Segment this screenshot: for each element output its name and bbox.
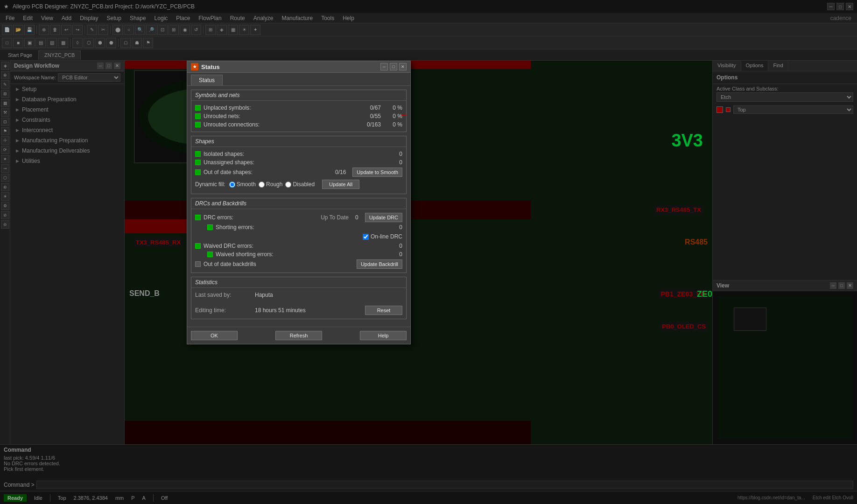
stat-editing-time: Editing time: 18 hours 51 minutes Reset [195,305,402,316]
green-indicator-waived-short [207,252,213,257]
dialog-minimize[interactable]: ─ [380,63,388,70]
radio-group-fill: Smooth Rough Disabled [229,181,315,188]
green-indicator-outofdate [195,169,201,175]
gray-indicator-backdrill [195,261,201,267]
online-drc-label: On-line DRC [371,233,402,240]
drc-errors-row: DRC errors: Up To Date 0 Update DRC [195,212,402,223]
update-all-button[interactable]: Update All [322,180,359,189]
refresh-button[interactable]: Refresh [275,331,322,340]
stat-spacer [195,299,402,305]
val-outofdate: 0/16 [323,169,346,175]
green-indicator-unassigned [195,160,201,165]
green-indicator-shorting [207,224,213,230]
arrow-indicator: ← [399,109,408,120]
val-unplaced: 0/67 [358,105,381,111]
label-unplaced: Unplaced symbols: [204,105,355,111]
drc-errors-label: DRC errors: [204,214,318,221]
stat-editing-val: 18 hours 51 minutes [255,307,361,314]
val-isolated: 0 [379,151,402,157]
status-row-connections: Unrouted connections: 0/163 0 % [195,120,402,129]
stat-last-saved: Last saved by: Haputa [195,291,402,299]
radio-disabled-label: Disabled [293,181,315,188]
val-connections: 0/163 [358,121,381,128]
radio-smooth-input[interactable] [229,182,235,188]
help-button[interactable]: Help [360,331,407,340]
val-unassigned: 0 [379,159,402,166]
label-isolated: Isolated shapes: [204,151,376,157]
radio-rough-label: Rough [266,181,282,188]
dialog-tabs: Status [187,73,410,86]
label-unrouted: Unrouted nets: [204,113,355,119]
radio-smooth-label: Smooth [237,181,256,188]
shape-row-unassigned: Unassigned shapes: 0 [195,158,402,167]
label-outofdate: Out of date shapes: [204,169,320,175]
waived-shorting-row: Waived shorting errors: 0 [195,250,402,259]
section-statistics: Statistics Last saved by: Haputa Editing… [191,277,407,319]
pct-connections: 0 % [384,121,402,128]
dialog-title-left: ★ Status [191,63,220,70]
shorting-errors-val: 0 [399,224,402,231]
status-row-unrouted: Unrouted nets: 0/55 0 % [195,112,402,120]
status-row-unplaced: Unplaced symbols: 0/67 0 % [195,104,402,112]
section-statistics-header: Statistics [191,277,406,288]
section-symbols-nets-header: Symbols and nets [191,90,406,101]
section-symbols-nets-content: Unplaced symbols: 0/67 0 % Unrouted nets… [191,101,406,132]
dialog-content: Symbols and nets Unplaced symbols: 0/67 … [187,86,410,327]
radio-disabled-input[interactable] [285,182,291,188]
green-indicator-drc [195,215,201,220]
label-unassigned: Unassigned shapes: [204,159,376,166]
section-statistics-content: Last saved by: Haputa Editing time: 18 h… [191,288,406,319]
radio-disabled[interactable]: Disabled [285,181,315,188]
radio-smooth[interactable]: Smooth [229,181,256,188]
val-unrouted: 0/55 [358,113,381,119]
dialog-icon: ★ [191,63,198,70]
dialog-title: Status [201,63,220,70]
label-connections: Unrouted connections: [204,121,355,128]
waived-drc-val: 0 [399,243,402,249]
radio-rough[interactable]: Rough [259,181,282,188]
ok-button[interactable]: OK [191,331,238,340]
stat-last-saved-label: Last saved by: [195,292,251,298]
dynamic-fill-row: Dynamic fill: Smooth Rough [195,178,402,191]
drc-uptodate: Up To Date [321,214,349,221]
waived-shorting-label: Waived shorting errors: [216,251,396,258]
shape-row-outofdate: Out of date shapes: 0/16 Update to Smoot… [195,167,402,178]
backdrill-row: Out of date backdrills Update Backdrill [195,259,402,270]
stat-editing-label: Editing time: [195,307,251,314]
waived-drc-label: Waived DRC errors: [204,243,396,249]
section-shapes: Shapes Isolated shapes: 0 Unassigned sha… [191,136,407,194]
dynamic-fill-label: Dynamic fill: [195,181,225,188]
update-to-smooth-button[interactable]: Update to Smooth [352,168,402,177]
dialog-title-controls: ─ □ ✕ [380,63,407,70]
waived-drc-row: Waived DRC errors: 0 [195,242,402,250]
section-drcs-header: DRCs and Backdrills [191,198,406,209]
waived-shorting-val: 0 [399,251,402,258]
shape-row-isolated: Isolated shapes: 0 [195,150,402,158]
dialog-close[interactable]: ✕ [399,63,407,70]
section-drcs: DRCs and Backdrills DRC errors: Up To Da… [191,198,407,273]
stat-last-saved-val: Haputa [255,292,273,298]
shorting-errors-label: Shorting errors: [216,224,396,231]
section-shapes-content: Isolated shapes: 0 Unassigned shapes: 0 … [191,147,406,194]
green-indicator-connections [195,122,201,127]
section-symbols-nets: Symbols and nets Unplaced symbols: 0/67 … [191,90,407,132]
green-indicator-isolated [195,151,201,157]
dialog-maximize[interactable]: □ [390,63,397,70]
backdrill-label: Out of date backdrills [204,261,354,267]
status-dialog: ★ Status ─ □ ✕ Status Symbols and nets U… [187,61,411,344]
dialog-title-bar: ★ Status ─ □ ✕ [187,61,410,73]
reset-button[interactable]: Reset [365,306,402,315]
update-drc-button[interactable]: Update DRC [365,213,402,222]
green-indicator-waived [195,243,201,249]
radio-rough-input[interactable] [259,182,265,188]
update-backdrill-button[interactable]: Update Backdrill [357,259,402,269]
modal-overlay: ★ Status ─ □ ✕ Status Symbols and nets U… [0,0,857,504]
drc-errors-val: 0 [355,214,358,221]
shorting-errors-row: Shorting errors: 0 [195,223,402,231]
section-drcs-content: DRC errors: Up To Date 0 Update DRC Shor… [191,209,406,273]
section-shapes-header: Shapes [191,136,406,147]
online-drc-checkbox[interactable] [363,234,369,240]
dlg-tab-status[interactable]: Status [191,75,223,85]
online-drc-row: On-line DRC [195,231,402,242]
dialog-footer: OK Refresh Help [187,327,410,344]
